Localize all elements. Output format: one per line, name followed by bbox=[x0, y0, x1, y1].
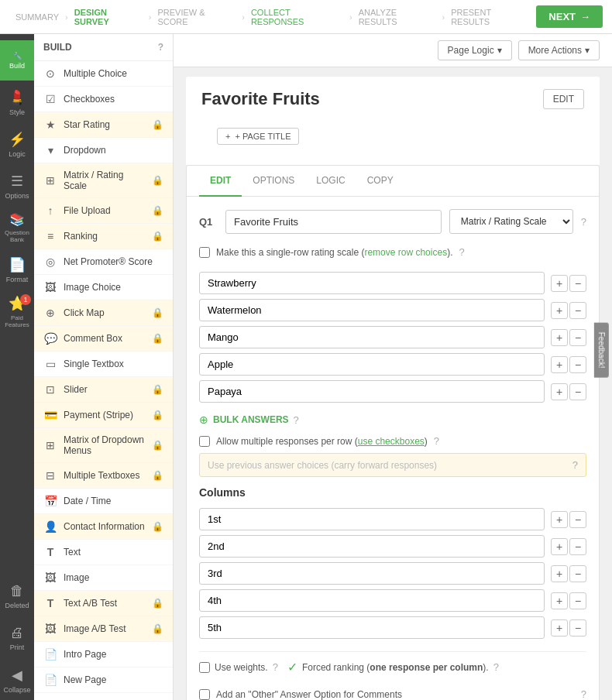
build-item-slider[interactable]: ⊡ Slider 🔒 bbox=[34, 377, 173, 403]
row-remove-1[interactable]: − bbox=[569, 302, 586, 319]
build-item-payment[interactable]: 💳 Payment (Stripe) 🔒 bbox=[34, 403, 173, 428]
col-add-1[interactable]: + bbox=[551, 538, 568, 555]
tab-options[interactable]: OPTIONS bbox=[242, 166, 305, 197]
sidebar-item-options[interactable]: ☰ Options bbox=[0, 166, 34, 206]
nav-step-summary[interactable]: SUMMARY bbox=[9, 12, 65, 22]
other-answer-checkbox[interactable] bbox=[199, 689, 210, 700]
page-logic-button[interactable]: Page Logic ▾ bbox=[438, 40, 512, 60]
col-add-4[interactable]: + bbox=[551, 619, 568, 637]
sidebar-item-print[interactable]: 🖨 Print bbox=[0, 618, 34, 658]
use-checkboxes-link[interactable]: use checkboxes bbox=[358, 436, 425, 447]
build-item-click-map[interactable]: ⊕ Click Map 🔒 bbox=[34, 300, 173, 326]
build-item-single-textbox[interactable]: ▭ Single Textbox bbox=[34, 352, 173, 377]
bulk-answers-help-icon[interactable]: ? bbox=[294, 414, 299, 426]
build-item-multiple-choice[interactable]: ⊙ Multiple Choice bbox=[34, 61, 173, 87]
single-row-help-icon[interactable]: ? bbox=[459, 246, 464, 258]
build-item-image-ab[interactable]: 🖼 Image A/B Test 🔒 bbox=[34, 616, 173, 642]
allow-multiple-help[interactable]: ? bbox=[434, 435, 439, 447]
row-input-3[interactable] bbox=[199, 353, 545, 376]
build-item-image-choice[interactable]: 🖼 Image Choice bbox=[34, 275, 173, 300]
col-input-0[interactable] bbox=[199, 508, 545, 530]
sidebar-item-question-bank[interactable]: 📚 Question Bank bbox=[0, 208, 34, 248]
help-icon[interactable]: ? bbox=[158, 42, 163, 53]
build-item-multiple-textboxes[interactable]: ⊟ Multiple Textboxes 🔒 bbox=[34, 463, 173, 489]
col-input-1[interactable] bbox=[199, 535, 545, 558]
sidebar-item-format[interactable]: 📄 Format bbox=[0, 249, 34, 290]
survey-title-bar: Favorite Fruits EDIT bbox=[186, 77, 600, 122]
row-add-1[interactable]: + bbox=[551, 302, 568, 319]
build-item-image[interactable]: 🖼 Image bbox=[34, 565, 173, 591]
build-item-matrix-dropdown[interactable]: ⊞ Matrix of Dropdown Menus 🔒 bbox=[34, 428, 173, 463]
col-remove-0[interactable]: − bbox=[569, 511, 586, 528]
use-weights-checkbox[interactable] bbox=[199, 662, 210, 673]
build-item-page-break[interactable]: ••• Page Break bbox=[34, 693, 173, 700]
row-input-4[interactable] bbox=[199, 380, 545, 403]
row-input-2[interactable] bbox=[199, 326, 545, 348]
tab-edit[interactable]: EDIT bbox=[199, 166, 242, 197]
sidebar-item-collapse[interactable]: ◀ Collapse bbox=[0, 660, 34, 700]
col-remove-1[interactable]: − bbox=[569, 538, 586, 555]
build-item-date-time[interactable]: 📅 Date / Time bbox=[34, 489, 173, 514]
feedback-tab[interactable]: Feedback! bbox=[594, 323, 609, 378]
next-button[interactable]: NEXT → bbox=[536, 5, 603, 28]
single-row-checkbox[interactable] bbox=[199, 247, 210, 258]
row-input-0[interactable] bbox=[199, 272, 545, 294]
row-remove-2[interactable]: − bbox=[569, 329, 586, 346]
row-remove-3[interactable]: − bbox=[569, 356, 586, 373]
row-add-0[interactable]: + bbox=[551, 275, 568, 292]
tab-logic[interactable]: LOGIC bbox=[305, 166, 356, 197]
col-remove-2[interactable]: − bbox=[569, 565, 586, 582]
nav-step-design[interactable]: DESIGN SURVEY bbox=[68, 8, 149, 26]
build-item-contact-info[interactable]: 👤 Contact Information 🔒 bbox=[34, 514, 173, 540]
build-item-dropdown[interactable]: ▾ Dropdown bbox=[34, 138, 173, 163]
bulk-answers-label[interactable]: BULK ANSWERS bbox=[213, 414, 289, 425]
build-item-file-upload[interactable]: ↑ File Upload 🔒 bbox=[34, 198, 173, 224]
build-item-intro-page[interactable]: 📄 Intro Page bbox=[34, 642, 173, 667]
question-help-icon[interactable]: ? bbox=[581, 216, 586, 228]
col-remove-3[interactable]: − bbox=[569, 592, 586, 609]
build-item-matrix-rating[interactable]: ⊞ Matrix / Rating Scale 🔒 bbox=[34, 163, 173, 198]
forced-ranking-help[interactable]: ? bbox=[493, 661, 499, 673]
remove-row-link[interactable]: remove row choices bbox=[364, 247, 447, 258]
build-item-net-promoter[interactable]: ◎ Net Promoter® Score bbox=[34, 249, 173, 275]
col-add-3[interactable]: + bbox=[551, 592, 568, 609]
row-add-3[interactable]: + bbox=[551, 356, 568, 373]
sidebar-item-build[interactable]: 🔧 Build bbox=[0, 40, 34, 81]
col-input-3[interactable] bbox=[199, 589, 545, 612]
question-text-input[interactable] bbox=[225, 210, 442, 234]
other-answer-help[interactable]: ? bbox=[581, 688, 586, 700]
tab-copy[interactable]: COPY bbox=[356, 166, 404, 197]
row-add-4[interactable]: + bbox=[551, 383, 568, 400]
question-type-select[interactable]: Matrix / Rating Scale bbox=[449, 209, 573, 234]
build-item-ranking[interactable]: ≡ Ranking 🔒 bbox=[34, 224, 173, 249]
sidebar-item-paid[interactable]: ⭐ Paid Features 1 bbox=[0, 291, 34, 331]
nav-step-analyze[interactable]: ANALYZE RESULTS bbox=[352, 8, 442, 26]
row-add-2[interactable]: + bbox=[551, 329, 568, 346]
weights-help-icon[interactable]: ? bbox=[273, 661, 278, 673]
col-input-4[interactable] bbox=[199, 616, 545, 639]
nav-step-collect[interactable]: COLLECT RESPONSES bbox=[245, 8, 349, 26]
sidebar-item-style[interactable]: 💄 Style bbox=[0, 82, 34, 122]
col-add-0[interactable]: + bbox=[551, 511, 568, 528]
build-item-new-page[interactable]: 📄 New Page bbox=[34, 667, 173, 693]
col-input-2[interactable] bbox=[199, 562, 545, 585]
nav-step-preview[interactable]: PREVIEW & SCORE bbox=[151, 8, 242, 26]
nav-step-present[interactable]: PRESENT RESULTS bbox=[445, 8, 536, 26]
col-add-2[interactable]: + bbox=[551, 565, 568, 582]
build-item-star-rating[interactable]: ★ Star Rating 🔒 bbox=[34, 112, 173, 138]
build-item-text[interactable]: T Text bbox=[34, 540, 173, 565]
sidebar-item-logic[interactable]: ⚡ Logic bbox=[0, 124, 34, 164]
build-item-checkboxes[interactable]: ☑ Checkboxes bbox=[34, 87, 173, 112]
build-item-text-ab[interactable]: T Text A/B Test 🔒 bbox=[34, 591, 173, 616]
sidebar-item-deleted[interactable]: 🗑 Deleted bbox=[0, 576, 34, 616]
row-remove-4[interactable]: − bbox=[569, 383, 586, 400]
more-actions-button[interactable]: More Actions ▾ bbox=[518, 40, 600, 60]
build-item-comment-box[interactable]: 💬 Comment Box 🔒 bbox=[34, 326, 173, 352]
allow-multiple-checkbox[interactable] bbox=[199, 436, 210, 447]
survey-edit-button[interactable]: EDIT bbox=[543, 89, 584, 109]
page-title-button[interactable]: + + PAGE TITLE bbox=[217, 128, 299, 145]
row-input-1[interactable] bbox=[199, 299, 545, 321]
row-remove-0[interactable]: − bbox=[569, 275, 586, 292]
col-remove-4[interactable]: − bbox=[569, 619, 586, 637]
carry-forward-help[interactable]: ? bbox=[572, 459, 578, 471]
